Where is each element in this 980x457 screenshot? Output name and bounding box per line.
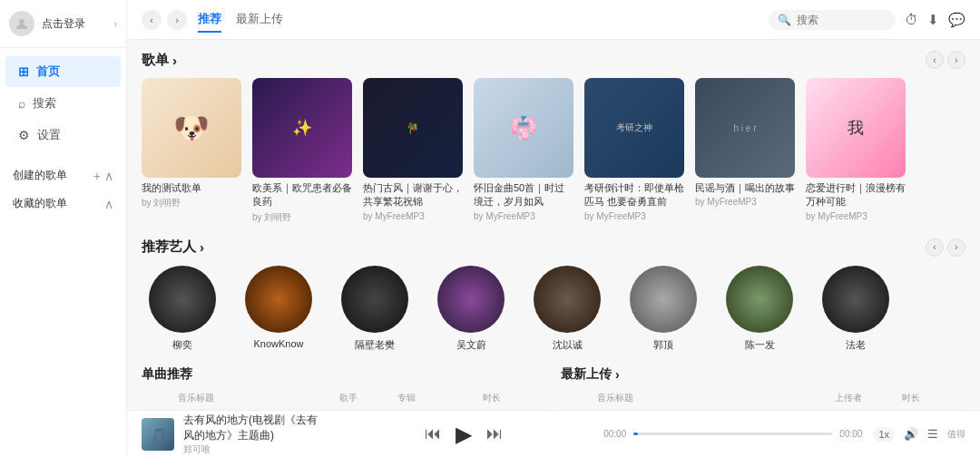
artist-avatar-3 <box>341 266 408 333</box>
artists-next-button[interactable]: › <box>947 238 965 257</box>
album-cover-3: 🎋 <box>363 78 463 178</box>
artist-card-1[interactable]: 柳奕 <box>142 266 223 352</box>
latest-table-header: 音乐标题 上传者 时长 <box>561 388 965 409</box>
player-bar: 🎵 去有风的地方(电视剧《去有风的地方》主题曲) 郑可唯 ⏮ ▶ ⏭ 00:00… <box>127 410 980 457</box>
login-arrow-icon: › <box>114 19 117 29</box>
album-card-3[interactable]: 🎋 热门古风｜谢谢于心，共享繁花祝锦 by MyFreeMP3 <box>363 78 463 224</box>
album-card-5[interactable]: 考研之神 考研倒计时：即使单枪匹马 也要奋勇直前 by MyFreeMP3 <box>584 78 684 224</box>
playlists-next-button[interactable]: › <box>947 51 965 69</box>
artist-card-6[interactable]: 郭顶 <box>622 266 704 352</box>
player-thumbnail: 🎵 <box>142 418 174 451</box>
latest-col-duration: 时长 <box>902 392 938 404</box>
forward-button[interactable]: › <box>167 10 187 30</box>
header-icons: ⏱ ⬇ 💬 <box>905 12 965 28</box>
artists-prev-button[interactable]: ‹ <box>926 238 944 257</box>
total-time: 00:00 <box>839 429 862 439</box>
artists-arrow-icon: › <box>200 239 204 255</box>
artist-card-5[interactable]: 沈以诚 <box>526 266 608 352</box>
artist-avatar-6 <box>630 266 697 333</box>
search-input[interactable] <box>797 14 887 26</box>
search-nav-icon: ⌕ <box>18 96 25 111</box>
nav-arrows: ‹ › <box>142 10 187 30</box>
next-button[interactable]: ⏭ <box>486 424 503 443</box>
volume-icon[interactable]: 🔊 <box>904 427 918 441</box>
tab-latest[interactable]: 最新上传 <box>236 7 283 33</box>
album-title-4: 怀旧金曲50首｜时过境迁，岁月如风 <box>474 181 573 209</box>
progress-bar[interactable] <box>633 433 832 435</box>
playlists-title[interactable]: 歌单 › <box>142 52 177 69</box>
playlist-icon[interactable]: ☰ <box>927 427 938 441</box>
artist-card-4[interactable]: 吴文蔚 <box>430 266 512 352</box>
content-area: 歌单 › ‹ › 🐶 我的测试歌单 by 刘明野 ✨ <box>127 40 980 410</box>
album-card-1[interactable]: 🐶 我的测试歌单 by 刘明野 <box>142 78 241 224</box>
search-box[interactable]: 🔍 <box>769 10 896 30</box>
artists-header: 推荐艺人 › ‹ › <box>142 238 965 257</box>
login-header[interactable]: 点击登录 › <box>0 0 126 48</box>
playlists-title-text: 歌单 <box>142 52 169 69</box>
progress-area: 00:00 00:00 <box>603 429 862 439</box>
latest-col: 最新上传 › 音乐标题 上传者 时长 🎵 <box>561 366 965 410</box>
player-track: 🎵 去有风的地方(电视剧《去有风的地方》主题曲) 郑可唯 <box>142 413 323 456</box>
sidebar-item-settings[interactable]: ⚙ 设置 <box>5 120 121 151</box>
speed-button[interactable]: 1x <box>873 427 895 442</box>
collapse-saved-icon[interactable]: ∧ <box>104 197 113 211</box>
artist-card-8[interactable]: 法老 <box>815 266 897 352</box>
sidebar-item-search-label: 搜索 <box>33 95 56 112</box>
latest-title[interactable]: 最新上传 › <box>561 366 620 383</box>
history-icon[interactable]: ⏱ <box>905 12 918 28</box>
album-cover-4: 👘 <box>474 78 573 178</box>
artists-nav: ‹ › <box>926 238 965 257</box>
artist-name-5: 沈以诚 <box>526 338 608 352</box>
artist-name-3: 隔壁老樊 <box>334 338 416 352</box>
sidebar-nav: ⊞ 首页 ⌕ 搜索 ⚙ 设置 <box>0 48 126 159</box>
artists-title[interactable]: 推荐艺人 › <box>142 238 204 256</box>
artist-card-7[interactable]: 陈一发 <box>719 266 800 352</box>
album-title-5: 考研倒计时：即使单枪匹马 也要奋勇直前 <box>584 181 684 209</box>
player-artist: 郑可唯 <box>183 443 323 456</box>
playlists-prev-button[interactable]: ‹ <box>926 51 944 69</box>
add-playlist-button[interactable]: + <box>93 169 101 183</box>
playlists-nav: ‹ › <box>926 51 965 69</box>
artist-card-2[interactable]: KnowKnow <box>238 266 319 352</box>
collapse-created-icon[interactable]: ∧ <box>104 169 113 183</box>
sidebar-item-search[interactable]: ⌕ 搜索 <box>5 88 121 119</box>
play-button[interactable]: ▶ <box>456 422 472 447</box>
logo-icon: 值得 <box>947 428 965 441</box>
prev-button[interactable]: ⏮ <box>425 424 441 443</box>
tab-recommend[interactable]: 推荐 <box>198 7 221 33</box>
album-cover-2: ✨ <box>252 78 352 178</box>
sidebar: 点击登录 › ⊞ 首页 ⌕ 搜索 ⚙ 设置 创建的歌单 + ∧ <box>0 0 127 457</box>
album-card-6[interactable]: h i e r 民谣与酒｜喝出的故事 by MyFreeMP3 <box>695 78 795 224</box>
album-card-4[interactable]: 👘 怀旧金曲50首｜时过境迁，岁月如风 by MyFreeMP3 <box>474 78 573 224</box>
artist-name-8: 法老 <box>815 338 897 352</box>
playlists-section: 歌单 › ‹ › 🐶 我的测试歌单 by 刘明野 ✨ <box>142 51 965 224</box>
latest-col-title: 音乐标题 <box>597 392 831 404</box>
playlists-header: 歌单 › ‹ › <box>142 51 965 69</box>
albums-row: 🐶 我的测试歌单 by 刘明野 ✨ 欧美系｜欧咒患者必备良药 by 刘明野 🎋 … <box>142 78 965 224</box>
album-author-5: by MyFreeMP3 <box>584 211 684 221</box>
album-author-7: by MyFreeMP3 <box>806 211 906 221</box>
current-time: 00:00 <box>603 429 626 439</box>
album-card-2[interactable]: ✨ 欧美系｜欧咒患者必备良药 by 刘明野 <box>252 78 352 224</box>
artist-card-3[interactable]: 隔壁老樊 <box>334 266 416 352</box>
bottom-section: 单曲推荐 音乐标题 歌手 专辑 时长 🎵 留什么给你(粤语版) <box>142 366 965 410</box>
songs-col-album: 专辑 <box>397 392 479 404</box>
back-button[interactable]: ‹ <box>142 10 162 30</box>
artist-avatar-1 <box>149 266 216 333</box>
latest-section-header: 最新上传 › <box>561 366 965 383</box>
album-card-7[interactable]: 我 恋爱进行时｜浪漫榜有万种可能 by MyFreeMP3 <box>806 78 906 224</box>
download-icon[interactable]: ⬇ <box>927 12 939 28</box>
album-cover-7: 我 <box>806 78 906 178</box>
message-icon[interactable]: 💬 <box>948 12 965 28</box>
player-thumb-bg: 🎵 <box>142 418 174 451</box>
playlists-arrow-icon: › <box>172 53 177 68</box>
songs-title[interactable]: 单曲推荐 <box>142 366 192 383</box>
player-title: 去有风的地方(电视剧《去有风的地方》主题曲) <box>183 413 323 443</box>
album-author-3: by MyFreeMP3 <box>363 211 463 221</box>
created-playlists-section: 创建的歌单 + ∧ <box>0 159 126 187</box>
sidebar-item-home[interactable]: ⊞ 首页 <box>5 56 121 87</box>
artist-avatar-5 <box>534 266 601 333</box>
svg-point-0 <box>19 19 24 24</box>
gear-icon: ⚙ <box>18 128 30 142</box>
album-cover-5: 考研之神 <box>584 78 684 178</box>
